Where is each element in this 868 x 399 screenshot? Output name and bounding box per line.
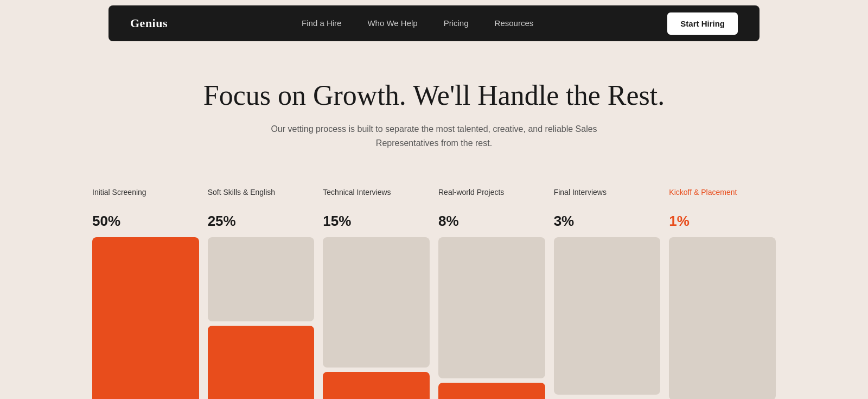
hero-section: Focus on Growth. We'll Handle the Rest. … (0, 47, 868, 172)
bar-container-0 (92, 237, 199, 399)
stage-percent-4: 3% (554, 213, 661, 230)
nav-who-we-help[interactable]: Who We Help (367, 18, 417, 28)
hero-title: Focus on Growth. We'll Handle the Rest. (11, 79, 857, 111)
stage-label-5: Kickoff & Placement (669, 188, 776, 207)
bar-container-4 (554, 237, 661, 399)
bar-top-1 (208, 237, 315, 321)
nav-pricing[interactable]: Pricing (444, 18, 469, 28)
stage-label-0: Initial Screening (92, 188, 199, 207)
bar-top-2 (323, 237, 430, 368)
stage-percent-3: 8% (438, 213, 545, 230)
bar-bottom-1 (208, 326, 315, 399)
stage-percent-5: 1% (669, 213, 776, 230)
bar-container-2 (323, 237, 430, 399)
stage-label-3: Real-world Projects (438, 188, 545, 207)
nav-resources[interactable]: Resources (495, 18, 534, 28)
bar-top-4 (554, 237, 661, 395)
stage-col-3: Real-world Projects8% (438, 188, 545, 399)
bar-container-5 (669, 237, 776, 399)
stage-label-1: Soft Skills & English (208, 188, 315, 207)
stage-col-4: Final Interviews3% (554, 188, 661, 399)
stage-percent-1: 25% (208, 213, 315, 230)
start-hiring-button[interactable]: Start Hiring (667, 12, 738, 35)
stage-label-2: Technical Interviews (323, 188, 430, 207)
stage-col-0: Initial Screening50% (92, 188, 199, 399)
stage-col-1: Soft Skills & English25% (208, 188, 315, 399)
stages-section: Initial Screening50%Soft Skills & Englis… (0, 172, 868, 399)
bar-container-3 (438, 237, 545, 399)
bar-container-1 (208, 237, 315, 399)
nav-links: Find a Hire Who We Help Pricing Resource… (302, 18, 533, 28)
navbar: Genius Find a Hire Who We Help Pricing R… (108, 5, 760, 41)
bar-full-0 (92, 237, 199, 399)
bar-top-5 (669, 237, 776, 399)
bar-bottom-3 (438, 383, 545, 399)
stages-grid: Initial Screening50%Soft Skills & Englis… (92, 188, 776, 399)
stage-col-2: Technical Interviews15% (323, 188, 430, 399)
stage-percent-0: 50% (92, 213, 199, 230)
stage-col-5: Kickoff & Placement1% (669, 188, 776, 399)
stage-percent-2: 15% (323, 213, 430, 230)
bar-bottom-2 (323, 372, 430, 399)
stage-label-4: Final Interviews (554, 188, 661, 207)
nav-find-hire[interactable]: Find a Hire (302, 18, 341, 28)
logo[interactable]: Genius (130, 16, 168, 30)
bar-top-3 (438, 237, 545, 378)
hero-subtitle: Our vetting process is built to separate… (244, 122, 624, 150)
